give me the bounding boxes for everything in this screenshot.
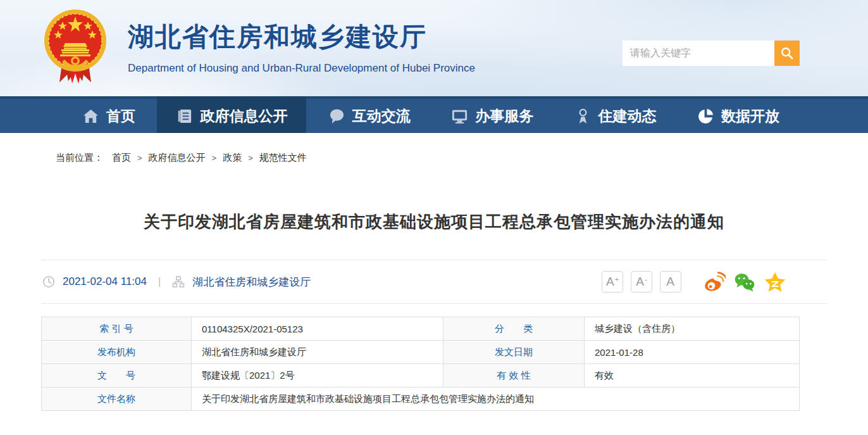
site-subtitle: Department of Housing and Urban-Rural De… — [128, 62, 475, 75]
nav-label: 首页 — [106, 106, 135, 126]
breadcrumb-prefix: 当前位置： — [56, 152, 103, 163]
font-btn-sup: - — [645, 275, 647, 283]
document-title-value: 关于印发湖北省房屋建筑和市政基础设施项目工程总承包包管理实施办法的通知 — [192, 388, 800, 411]
nav-item-open-data[interactable]: 数据开放 — [678, 99, 798, 133]
validity-label: 有 效 性 — [443, 364, 585, 388]
search-button[interactable] — [774, 41, 800, 66]
nav-item-home[interactable]: 首页 — [63, 99, 154, 133]
publish-time: 2021-02-04 11:04 — [63, 275, 147, 288]
site-header: 湖北省住房和城乡建设厅 Department of Housing and Ur… — [0, 0, 868, 96]
validity-value: 有效 — [585, 364, 800, 388]
nav-label: 互动交流 — [352, 106, 411, 126]
weibo-icon[interactable] — [703, 270, 726, 293]
home-icon — [82, 108, 99, 125]
nav-label: 办事服务 — [475, 106, 533, 126]
breadcrumb-separator: > — [212, 153, 217, 163]
meta-left: 2021-02-04 11:04 | 湖北省住房和城乡建设厅 — [41, 275, 311, 289]
meta-divider: | — [154, 276, 164, 287]
article-meta-bar: 2021-02-04 11:04 | 湖北省住房和城乡建设厅 A+ A- A — [41, 260, 827, 304]
brand-text: 湖北省住房和城乡建设厅 Department of Housing and Ur… — [128, 20, 475, 75]
article-source: 湖北省住房和城乡建设厅 — [192, 275, 311, 289]
nav-label: 政府信息公开 — [200, 106, 287, 126]
person-icon — [574, 108, 592, 125]
pie-chart-icon — [697, 108, 714, 125]
issuing-agency-value: 湖北省住房和城乡建设厅 — [192, 341, 443, 364]
index-number-value: 01104325X/2021-05123 — [192, 317, 443, 341]
chat-bubble-icon — [328, 108, 345, 125]
breadcrumb-home[interactable]: 首页 — [112, 152, 131, 163]
nav-item-services[interactable]: 办事服务 — [432, 99, 552, 133]
breadcrumb-separator: > — [137, 153, 142, 163]
category-value: 城乡建设（含住房） — [585, 317, 800, 341]
index-number-label: 索 引 号 — [42, 317, 192, 341]
font-btn-sup: + — [615, 275, 619, 283]
nav-item-news[interactable]: 住建动态 — [555, 99, 676, 133]
font-increase-button[interactable]: A+ — [602, 271, 623, 293]
sitemap-icon — [172, 275, 185, 288]
china-national-emblem-icon — [43, 8, 108, 86]
breadcrumb: 当前位置：首页>政府信息公开>政策>规范性文件 — [41, 152, 827, 164]
document-title-label: 文件名称 — [42, 388, 192, 411]
search-box — [623, 41, 800, 66]
qzone-icon[interactable] — [764, 270, 786, 293]
font-decrease-button[interactable]: A- — [631, 271, 652, 293]
nav-label: 住建动态 — [598, 106, 657, 126]
site-title: 湖北省住房和城乡建设厅 — [128, 20, 475, 54]
nav-label: 数据开放 — [721, 106, 779, 126]
search-input[interactable] — [623, 41, 774, 66]
font-btn-label: A — [606, 275, 614, 289]
category-label: 分 类 — [443, 317, 585, 341]
issuing-agency-label: 发布机构 — [42, 341, 192, 364]
breadcrumb-normative-docs[interactable]: 规范性文件 — [259, 152, 307, 163]
clock-icon — [42, 275, 55, 288]
table-row: 索 引 号 01104325X/2021-05123 分 类 城乡建设（含住房） — [42, 317, 800, 341]
nav-item-interaction[interactable]: 互动交流 — [309, 99, 430, 133]
brand: 湖北省住房和城乡建设厅 Department of Housing and Ur… — [43, 8, 475, 86]
table-row: 文件名称 关于印发湖北省房屋建筑和市政基础设施项目工程总承包包管理实施办法的通知 — [42, 388, 800, 411]
issue-date-value: 2021-01-28 — [585, 341, 800, 364]
document-icon — [176, 108, 193, 125]
font-btn-label: A — [636, 275, 644, 289]
document-info-table: 索 引 号 01104325X/2021-05123 分 类 城乡建设（含住房）… — [41, 317, 800, 411]
wechat-icon[interactable] — [733, 270, 756, 293]
main-nav: 首页 政府信息公开 互动交流 办事服务 住建动态 — [0, 96, 868, 133]
table-row: 发布机构 湖北省住房和城乡建设厅 发文日期 2021-01-28 — [42, 341, 800, 364]
document-number-label: 文 号 — [42, 364, 192, 388]
content-area: 当前位置：首页>政府信息公开>政策>规范性文件 关于印发湖北省房屋建筑和市政基础… — [41, 152, 827, 411]
table-row: 文 号 鄂建设规〔2021〕2号 有 效 性 有效 — [42, 364, 800, 388]
nav-item-gov-info[interactable]: 政府信息公开 — [157, 96, 306, 133]
search-icon — [780, 46, 794, 60]
document-number-value: 鄂建设规〔2021〕2号 — [192, 364, 443, 388]
monitor-icon — [451, 108, 468, 125]
breadcrumb-policy[interactable]: 政策 — [223, 152, 242, 163]
article-title: 关于印发湖北省房屋建筑和市政基础设施项目工程总承包管理实施办法的通知 — [41, 211, 827, 233]
font-btn-label: A — [666, 275, 674, 289]
breadcrumb-gov-info[interactable]: 政府信息公开 — [149, 152, 206, 163]
breadcrumb-separator: > — [248, 153, 253, 163]
font-reset-button[interactable]: A — [660, 271, 681, 293]
issue-date-label: 发文日期 — [443, 341, 585, 364]
meta-right: A+ A- A — [602, 270, 827, 293]
